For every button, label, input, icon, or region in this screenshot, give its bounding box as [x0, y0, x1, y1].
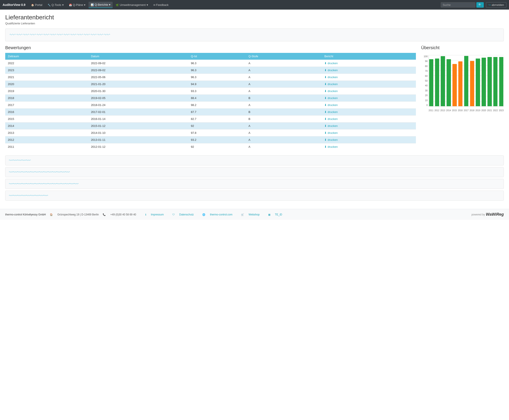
table-cell-bericht: ⬇ drucken: [322, 67, 416, 74]
table-cell-bericht: ⬇ drucken: [322, 136, 416, 143]
footer-link-webshop[interactable]: Webshop: [249, 213, 259, 216]
search-icon: 🔍: [478, 3, 482, 7]
print-link[interactable]: ⬇ drucken: [324, 90, 413, 93]
table-cell: 2014-01-10: [88, 129, 188, 136]
col-qstufe: Q-Stufe: [246, 53, 322, 60]
table-header-row: Zeitraum Datum Q-Ist Q-Stufe Bericht: [5, 53, 416, 60]
table-cell: A: [246, 102, 322, 109]
chart-bar-group: [470, 55, 475, 106]
logout-button[interactable]: ↪ abmelden: [486, 2, 506, 8]
print-link[interactable]: ⬇ drucken: [324, 117, 413, 120]
table-row: 20232022-09-0296.3A⬇ drucken: [5, 67, 416, 74]
table-cell: B: [246, 95, 322, 102]
page-title: Lieferantenbericht: [5, 14, 504, 21]
print-link[interactable]: ⬇ drucken: [324, 62, 413, 65]
x-label: 2021: [487, 109, 492, 112]
chart-x-labels: 2011201220132014201520162017201820192020…: [428, 109, 504, 112]
download-icon: ⬇: [324, 90, 327, 93]
footer-link-impressum[interactable]: Impressum: [151, 213, 163, 216]
table-cell: 2012: [5, 136, 88, 143]
table-cell: A: [246, 60, 322, 67]
footer-link-datenschutz[interactable]: Datenschutz: [179, 213, 194, 216]
print-link[interactable]: ⬇ drucken: [324, 138, 413, 142]
nav-umwelt[interactable]: Umweltmanagement ▾: [114, 2, 150, 8]
table-cell: 2022-09-02: [88, 67, 188, 74]
nav-qplaene[interactable]: Q-Pläne ▾: [67, 2, 88, 8]
logout-label: abmelden: [492, 3, 504, 7]
print-link[interactable]: ⬇ drucken: [324, 145, 413, 148]
table-cell: A: [246, 129, 322, 136]
footer-link-teid[interactable]: TE_iD: [275, 213, 282, 216]
col-qist: Q-Ist: [188, 53, 246, 60]
search-input[interactable]: [441, 2, 475, 8]
print-link[interactable]: ⬇ drucken: [324, 131, 413, 135]
table-cell: 2014: [5, 122, 88, 129]
print-link[interactable]: ⬇ drucken: [324, 110, 413, 114]
table-cell: A: [246, 136, 322, 143]
table-cell: 2020-01-30: [88, 88, 188, 95]
x-label: 2023: [499, 109, 504, 112]
dropdown-icon-qplaene: ▾: [84, 3, 86, 7]
table-cell-bericht: ⬇ drucken: [322, 81, 416, 88]
footer-link-website[interactable]: thermo-control.com: [210, 213, 232, 216]
table-cell-bericht: ⬇ drucken: [322, 109, 416, 116]
table-row: 20182019-02-0588.4B⬇ drucken: [5, 95, 416, 102]
table-row: 20202021-01-2094.9A⬇ drucken: [5, 81, 416, 88]
print-link[interactable]: ⬇ drucken: [324, 103, 413, 107]
table-row: 20142015-01-1292A⬇ drucken: [5, 122, 416, 129]
chart-bar: [429, 59, 433, 106]
table-cell: 2016: [5, 109, 88, 116]
uebersicht-title: Übersicht: [421, 45, 504, 50]
table-cell: 2023: [5, 67, 88, 74]
nav-qtools[interactable]: Q-Tools ▾: [45, 2, 66, 8]
chart-bar: [458, 61, 462, 106]
footer-address-icon: [50, 213, 53, 216]
table-cell: 2011: [5, 143, 88, 150]
table-cell: 96.3: [188, 67, 246, 74]
chart-bar: [470, 61, 474, 106]
bewertungen-title: Bewertungen: [5, 45, 416, 50]
table-cell: 2016-01-14: [88, 116, 188, 122]
bewertungen-table: Zeitraum Datum Q-Ist Q-Stufe Bericht 202…: [5, 53, 416, 150]
footer-cart-icon: [241, 213, 244, 216]
chart-bars-wrapper: [428, 55, 504, 106]
table-cell: 2017-02-01: [88, 109, 188, 116]
footer-shield-icon: [172, 213, 175, 216]
y-label: 30: [421, 89, 428, 92]
print-link[interactable]: ⬇ drucken: [324, 96, 413, 100]
chart-container: 0102030405060708090100 20112012201320142…: [421, 53, 504, 112]
footer-globe-icon: [202, 213, 205, 216]
chart-bar: [464, 56, 468, 106]
print-link[interactable]: ⬇ drucken: [324, 68, 413, 72]
nav-qberichte[interactable]: Q-Berichte ▾: [89, 2, 113, 8]
table-cell: B: [246, 109, 322, 116]
footer-band-2: 〰〰〰〰〰〰〰〰〰〰〰〰〰〰: [5, 167, 504, 177]
table-cell: 98.2: [188, 102, 246, 109]
table-cell: A: [246, 74, 322, 81]
x-label: 2020: [481, 109, 486, 112]
x-label: 2015: [452, 109, 457, 112]
nav-portal[interactable]: Portal: [29, 2, 44, 8]
download-icon: ⬇: [324, 138, 327, 142]
table-cell: 97.8: [188, 129, 246, 136]
table-row: 20192020-01-3093.3A⬇ drucken: [5, 88, 416, 95]
col-bericht: Bericht: [322, 53, 416, 60]
chart-bar: [441, 56, 445, 106]
chart-y-labels: 0102030405060708090100: [421, 55, 428, 106]
table-cell: 2019: [5, 88, 88, 95]
footer-band-1: 〰〰〰〰〰: [5, 155, 504, 165]
footer-band-3: 〰〰〰〰〰〰〰〰〰〰〰〰〰〰〰〰: [5, 179, 504, 189]
search-button[interactable]: 🔍: [476, 2, 484, 8]
y-label: 100: [421, 55, 428, 58]
print-link[interactable]: ⬇ drucken: [324, 82, 413, 86]
footer-phone-icon: [103, 213, 106, 216]
chart-bar-group: [487, 55, 492, 106]
print-link[interactable]: ⬇ drucken: [324, 75, 413, 79]
table-row: 20172018-01-2498.2A⬇ drucken: [5, 102, 416, 109]
print-link[interactable]: ⬇ drucken: [324, 124, 413, 128]
download-icon: ⬇: [324, 117, 327, 120]
nav-feedback[interactable]: Feedback: [151, 2, 171, 8]
footer-info-icon: [145, 213, 146, 216]
x-label: 2012: [434, 109, 439, 112]
table-cell-bericht: ⬇ drucken: [322, 88, 416, 95]
